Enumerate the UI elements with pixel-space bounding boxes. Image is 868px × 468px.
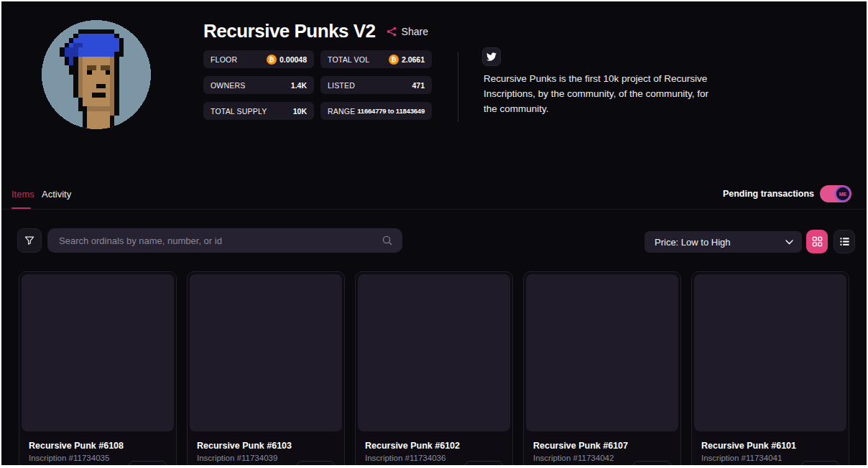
- nft-title: Recursive Punk #6101: [701, 441, 839, 451]
- list-view-icon: [839, 236, 850, 247]
- header-divider: [458, 52, 458, 122]
- nft-title: Recursive Punk #6107: [533, 441, 671, 451]
- bitcoin-icon: ₿: [389, 55, 399, 65]
- pending-transactions-label: Pending transactions: [723, 189, 814, 199]
- nft-image-placeholder: [22, 274, 174, 431]
- grid-view-button[interactable]: [806, 230, 828, 253]
- items-grid: Recursive Punk #6108 Inscription #117340…: [19, 271, 849, 465]
- sort-dropdown[interactable]: Price: Low to High: [645, 231, 802, 253]
- list-view-button[interactable]: [834, 230, 855, 253]
- share-label: Share: [402, 26, 428, 37]
- stat-floor: FLOOR ₿0.00048: [203, 50, 314, 68]
- filter-button[interactable]: [17, 228, 42, 253]
- card-action-button-partial[interactable]: [633, 461, 671, 465]
- pending-transactions-toggle[interactable]: ME: [820, 185, 851, 202]
- nft-title: Recursive Punk #6108: [29, 441, 167, 451]
- nft-card[interactable]: Recursive Punk #6107 Inscription #117340…: [523, 271, 681, 465]
- twitter-link[interactable]: [482, 47, 501, 66]
- card-action-button-partial[interactable]: [297, 461, 335, 465]
- stat-total-supply: TOTAL SUPPLY 10K: [203, 102, 314, 120]
- collection-avatar: [42, 20, 151, 129]
- tab-activity[interactable]: Activity: [42, 189, 71, 200]
- nft-card[interactable]: Recursive Punk #6103 Inscription #117340…: [187, 271, 345, 465]
- stat-listed: LISTED 471: [320, 76, 432, 94]
- nft-card[interactable]: Recursive Punk #6102 Inscription #117340…: [355, 271, 513, 465]
- tabs-divider: [1, 209, 867, 210]
- nft-card[interactable]: Recursive Punk #6101 Inscription #117340…: [691, 271, 849, 465]
- sort-selected-value: Price: Low to High: [655, 237, 731, 248]
- grid-view-icon: [812, 236, 823, 247]
- page: Recursive Punks V2 Share FLOOR ₿0.00048 …: [1, 1, 867, 465]
- nft-title: Recursive Punk #6103: [197, 441, 335, 451]
- filter-funnel-icon: [24, 235, 35, 246]
- collection-title: Recursive Punks V2: [203, 20, 376, 42]
- stat-range: RANGE 11664779 to 11843649: [320, 102, 432, 120]
- search-input[interactable]: [47, 228, 402, 253]
- tab-items[interactable]: Items: [11, 189, 34, 200]
- nft-image-placeholder: [526, 274, 678, 431]
- nft-image-placeholder: [190, 274, 342, 431]
- stat-total-vol: TOTAL VOL ₿2.0661: [320, 50, 432, 68]
- punk-avatar-image: [42, 20, 151, 129]
- chevron-down-icon: [785, 240, 793, 245]
- card-action-button-partial[interactable]: [129, 461, 167, 465]
- search-field-wrap: [47, 228, 402, 253]
- nft-image-placeholder: [694, 274, 846, 431]
- card-action-button-partial[interactable]: [465, 461, 503, 465]
- collection-description: Recursive Punks is the first 10k project…: [484, 71, 714, 116]
- card-action-button-partial[interactable]: [801, 461, 839, 465]
- share-icon: [386, 26, 397, 37]
- collection-stats: FLOOR ₿0.00048 TOTAL VOL ₿2.0661 OWNERS …: [203, 50, 432, 120]
- nft-image-placeholder: [358, 274, 510, 431]
- share-button[interactable]: Share: [386, 26, 428, 37]
- stat-owners: OWNERS 1.4K: [203, 76, 314, 94]
- search-icon: [382, 235, 393, 246]
- nft-title: Recursive Punk #6102: [365, 441, 503, 451]
- bitcoin-icon: ₿: [267, 55, 277, 65]
- nft-card[interactable]: Recursive Punk #6108 Inscription #117340…: [19, 271, 177, 465]
- magic-eden-logo-knob: ME: [835, 186, 851, 202]
- twitter-icon: [486, 52, 497, 62]
